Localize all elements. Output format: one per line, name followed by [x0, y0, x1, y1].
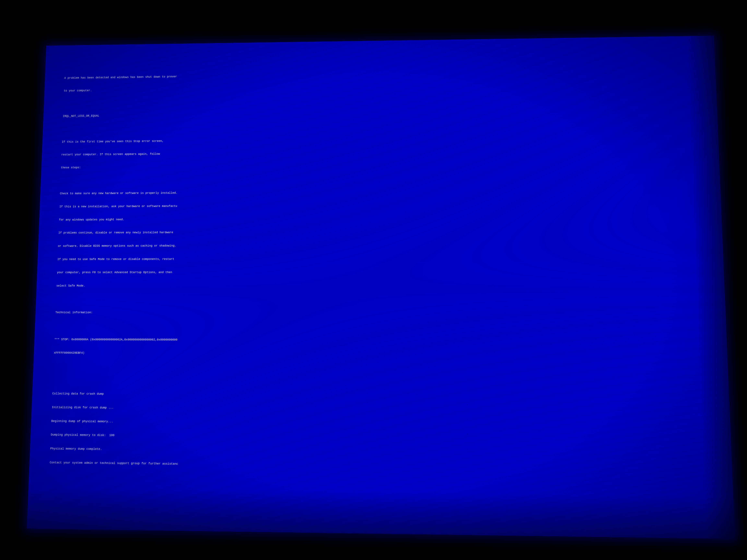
bsod-line-7: If this is a new installation, ask your …	[59, 201, 700, 209]
bsod-beginning-dump: Beginning dump of physical memory...	[51, 419, 709, 429]
bsod-blank-7	[53, 378, 707, 386]
bsod-line-14: Technical information:	[55, 311, 704, 316]
bsod-line-10: or software. Disable BIOS memory options…	[58, 242, 701, 248]
bsod-error-code: IRQL_NOT_LESS_OR_EQUAL	[63, 107, 696, 118]
bsod-line-8: for any windows updates you might need.	[59, 215, 700, 222]
bsod-blank-4	[56, 297, 704, 302]
bsod-stop-code: *** STOP: 0x0000000A (0x000000000000002A…	[54, 337, 705, 344]
bsod-blank-3	[60, 175, 699, 183]
bsod-initializing: Initializing disk for crash dump ...	[52, 405, 708, 415]
bsod-line-13: select Safe Mode.	[56, 284, 703, 288]
bsod-blank-5	[55, 324, 705, 330]
bsod-blank-1	[63, 94, 696, 106]
bsod-line-1: A problem has been detected and windows …	[64, 68, 695, 80]
bsod-line-3: If this is the first time you've seen th…	[62, 134, 697, 144]
bsod-contact: Contact your system admin or technical s…	[50, 460, 711, 472]
bsod-dump-complete: Physical memory dump complete.	[50, 447, 710, 458]
bsod-blank-2	[62, 121, 697, 131]
bsod-collecting: Collecting data for crash dump	[52, 392, 707, 400]
bsod-line-11: If you need to use Safe Mode to remove o…	[57, 256, 702, 262]
bsod-line-2: to your computer.	[64, 81, 695, 93]
screen-wrapper: A problem has been detected and windows …	[0, 0, 747, 560]
bsod-dumping: Dumping physical memory to disk: 100	[51, 433, 709, 443]
bsod-screen: A problem has been detected and windows …	[27, 36, 735, 539]
bsod-line-6: Check to make sure any new hardware or s…	[60, 188, 699, 196]
bsod-line-4: restart your computer. If this screen ap…	[61, 148, 698, 157]
bsod-line-5: these steps:	[61, 161, 698, 170]
bsod-blank-6	[53, 364, 706, 372]
bsod-line-9: If problems continue, disable or remove …	[58, 229, 701, 235]
bsod-content: A problem has been detected and windows …	[28, 36, 734, 504]
bsod-line-12: your computer, press F8 to select Advanc…	[57, 270, 702, 275]
bsod-stop-code-2: xFFFFF8000429EBF4)	[54, 351, 706, 358]
